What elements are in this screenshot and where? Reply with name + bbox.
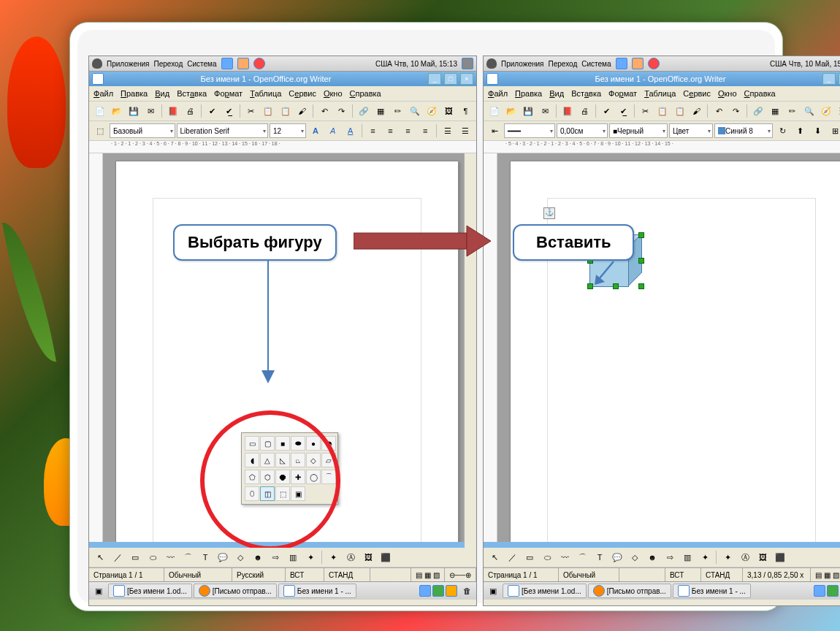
- shape-roundrect[interactable]: ▢: [260, 436, 275, 451]
- lifesaver-icon[interactable]: [648, 58, 660, 69]
- extrude-icon[interactable]: ⬛: [772, 549, 788, 565]
- menu-table[interactable]: Таблица: [250, 89, 281, 98]
- rotate-icon[interactable]: ↻: [774, 123, 790, 139]
- shape-trapezoid[interactable]: ⏢: [291, 453, 305, 467]
- shape-rtriangle[interactable]: ◺: [275, 453, 290, 467]
- arrows-icon[interactable]: ⇨: [267, 549, 283, 565]
- task-3[interactable]: Без имени 1 - ...: [673, 584, 751, 598]
- symbols-icon[interactable]: ☻: [644, 549, 660, 565]
- shape-pie[interactable]: ◔: [321, 436, 336, 451]
- clock[interactable]: США Чтв, 10 Май, 15:14: [770, 60, 840, 68]
- browser-icon[interactable]: [221, 58, 233, 69]
- tray-icon-1[interactable]: [419, 585, 431, 597]
- menu-view[interactable]: Вид: [549, 89, 564, 98]
- paste-icon[interactable]: 📋: [278, 103, 293, 119]
- flowchart-icon[interactable]: ▥: [679, 549, 695, 565]
- gallery-icon[interactable]: 🖼: [440, 103, 456, 119]
- align-center-icon[interactable]: ≡: [383, 123, 399, 139]
- line-style-dropdown[interactable]: ━━━: [504, 123, 555, 138]
- menu-insert[interactable]: Вставка: [177, 89, 207, 98]
- status-std[interactable]: СТАНД: [324, 568, 370, 581]
- shape-octagon[interactable]: ⯃: [275, 470, 290, 484]
- close-button[interactable]: ×: [460, 73, 473, 85]
- cut-icon[interactable]: ✂: [638, 103, 653, 119]
- symbols-icon[interactable]: ☻: [250, 549, 266, 565]
- callout-icon[interactable]: 💬: [215, 549, 231, 565]
- menu-applications[interactable]: Приложения: [107, 60, 150, 68]
- menu-tools[interactable]: Сервис: [683, 89, 711, 98]
- status-view-icons[interactable]: ▤ ▦ ▧: [811, 568, 840, 581]
- shape-chord[interactable]: ◖: [245, 453, 259, 467]
- font-dropdown[interactable]: Liberation Serif: [177, 123, 268, 138]
- anchor-icon[interactable]: ⚓: [543, 207, 555, 219]
- ruler-vertical[interactable]: [89, 153, 103, 548]
- new-icon[interactable]: 📄: [486, 103, 502, 119]
- tray-icon-1[interactable]: [814, 585, 825, 597]
- browser-icon[interactable]: [616, 58, 627, 69]
- scrollbar-horizontal[interactable]: [484, 542, 840, 548]
- shape-can[interactable]: ⬯: [245, 486, 259, 501]
- minimize-button[interactable]: _: [822, 73, 836, 85]
- open-icon[interactable]: 📂: [109, 103, 124, 119]
- shape-triangle[interactable]: △: [260, 453, 275, 467]
- italic-icon[interactable]: A: [325, 123, 341, 139]
- ruler-horizontal[interactable]: · 1 · 2 · 1 · 2 · 3 · 4 · 5 · 6 · 7 · 8 …: [89, 141, 476, 153]
- text-icon[interactable]: T: [592, 549, 608, 565]
- draw-icon[interactable]: ✏: [784, 103, 800, 119]
- find-icon[interactable]: 🔍: [801, 103, 817, 119]
- save-icon[interactable]: 💾: [521, 103, 536, 119]
- freeform-icon[interactable]: 〰: [557, 549, 573, 565]
- menu-tools[interactable]: Сервис: [289, 89, 316, 98]
- shape-frame[interactable]: ▣: [291, 486, 305, 501]
- underline-icon[interactable]: A: [343, 123, 359, 139]
- gnome-foot-icon[interactable]: [92, 58, 102, 69]
- line-icon[interactable]: ／: [504, 549, 520, 565]
- stars-icon[interactable]: ✦: [697, 549, 713, 565]
- menu-system[interactable]: Система: [187, 60, 216, 68]
- menu-help[interactable]: Справка: [350, 89, 381, 98]
- basic-shapes-popup[interactable]: ▭ ▢ ■ ⬬ ● ◔ ◖ △ ◺ ⏢ ◇ ▱ ⬠ ⬡ ⯃ ✚ ◯ ⌒ ⬯ ◫ …: [241, 432, 338, 505]
- curve-icon[interactable]: ⌒: [574, 549, 590, 565]
- status-ins[interactable]: ВСТ: [286, 568, 324, 581]
- show-desktop-icon[interactable]: ▣: [91, 583, 107, 599]
- menu-places[interactable]: Переход: [549, 60, 578, 68]
- menu-help[interactable]: Справка: [744, 89, 776, 98]
- toback-icon[interactable]: ⬇: [809, 123, 825, 139]
- lifesaver-icon[interactable]: [253, 58, 265, 69]
- mail-icon[interactable]: ✉: [143, 103, 159, 119]
- spellcheck-icon[interactable]: ✔: [205, 103, 220, 119]
- styles-icon[interactable]: ⬚: [92, 123, 108, 139]
- line-icon[interactable]: ／: [110, 549, 126, 565]
- task-1[interactable]: [Без имени 1.od...: [503, 584, 587, 598]
- pdf-icon[interactable]: 📕: [560, 103, 575, 119]
- table-icon[interactable]: ▦: [373, 103, 388, 119]
- help-icon[interactable]: [632, 58, 644, 69]
- task-2[interactable]: [Письмо отправ...: [194, 584, 277, 598]
- rect-icon[interactable]: ▭: [127, 549, 143, 565]
- select-icon[interactable]: ↖: [92, 549, 108, 565]
- pdf-icon[interactable]: 📕: [165, 103, 180, 119]
- menu-system[interactable]: Система: [581, 60, 611, 68]
- ellipse-icon[interactable]: ⬭: [145, 549, 161, 565]
- clock[interactable]: США Чтв, 10 Май, 15:13: [375, 60, 457, 68]
- arrows-icon[interactable]: ⇨: [662, 549, 678, 565]
- curve-icon[interactable]: ⌒: [180, 549, 196, 565]
- menu-view[interactable]: Вид: [155, 89, 169, 98]
- points-icon[interactable]: ✦: [325, 549, 341, 565]
- paste-icon[interactable]: 📋: [672, 103, 687, 119]
- align-icon[interactable]: ⊞: [827, 123, 840, 139]
- volume-icon[interactable]: [462, 58, 473, 69]
- menu-places[interactable]: Переход: [154, 60, 183, 68]
- ruler-vertical[interactable]: [484, 153, 497, 548]
- draw-icon[interactable]: ✏: [390, 103, 405, 119]
- style-dropdown[interactable]: Базовый: [110, 123, 175, 138]
- rect-icon[interactable]: ▭: [522, 549, 538, 565]
- help-icon[interactable]: [237, 58, 249, 69]
- shape-cube[interactable]: ◫: [260, 486, 275, 501]
- ruler-horizontal[interactable]: · 5 · 4 · 3 · 2 · 1 · 2 · 1 · 2 · 3 · 4 …: [484, 141, 840, 153]
- menu-format[interactable]: Формат: [608, 89, 637, 98]
- menu-file[interactable]: Файл: [93, 89, 113, 98]
- undo-icon[interactable]: ↶: [711, 103, 726, 119]
- shapes-icon[interactable]: ◇: [232, 549, 248, 565]
- shape-square[interactable]: ■: [275, 436, 290, 451]
